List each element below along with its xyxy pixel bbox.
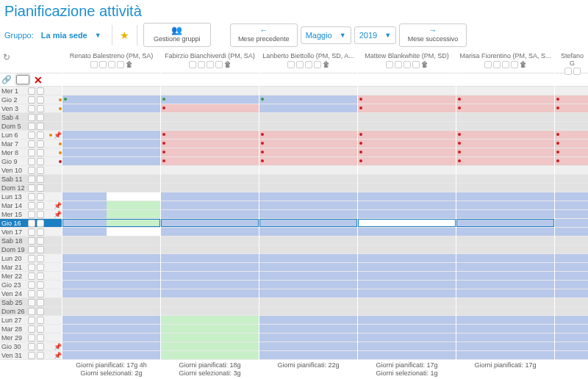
segment-icon[interactable] [37, 202, 44, 209]
tool-icon[interactable] [287, 61, 295, 68]
day-row[interactable]: Sab 4 [0, 113, 62, 122]
segment-icon[interactable] [28, 87, 35, 95]
tool-icon[interactable] [564, 68, 572, 75]
segment-icon[interactable] [28, 299, 35, 306]
plan-cell[interactable] [161, 342, 259, 351]
plan-cell[interactable] [62, 122, 160, 131]
person-header[interactable]: Stefano G [555, 51, 588, 73]
plan-cell[interactable] [259, 254, 357, 263]
day-row[interactable]: Dom 26 [0, 307, 62, 316]
plan-cell[interactable] [456, 351, 554, 360]
segment-icon[interactable] [37, 184, 44, 192]
plan-cell[interactable] [161, 298, 259, 307]
plan-cell[interactable] [456, 228, 554, 237]
plan-cell[interactable] [456, 316, 554, 325]
plan-cell[interactable] [259, 87, 357, 95]
plan-cell[interactable] [161, 254, 259, 263]
plan-cell[interactable] [358, 140, 456, 148]
plan-cell[interactable] [259, 219, 357, 228]
plan-cell[interactable] [259, 104, 357, 113]
plan-cell[interactable] [161, 210, 259, 219]
segment-icon[interactable] [37, 290, 44, 297]
plan-cell[interactable] [62, 104, 160, 113]
plan-cell[interactable] [358, 87, 456, 95]
plan-cell[interactable] [62, 333, 160, 342]
segment-icon[interactable] [37, 123, 44, 130]
plan-cell[interactable] [555, 192, 588, 201]
plan-cell[interactable] [161, 289, 259, 298]
plan-cell[interactable] [259, 228, 357, 237]
plan-cell[interactable] [62, 228, 160, 237]
day-row[interactable]: Sab 18 [0, 237, 62, 245]
segment-icon[interactable] [37, 87, 44, 95]
person-input-row[interactable] [259, 73, 357, 87]
plan-cell[interactable] [62, 237, 160, 245]
plan-cell[interactable] [456, 184, 554, 192]
star-icon[interactable]: ★ [118, 29, 131, 41]
plan-cell[interactable] [259, 113, 357, 122]
plan-cell[interactable] [555, 228, 588, 237]
plan-cell[interactable] [555, 281, 588, 289]
plan-cell[interactable] [259, 263, 357, 272]
plan-cell[interactable] [259, 95, 357, 104]
day-row[interactable]: Mar 21 [0, 263, 62, 272]
day-row[interactable]: Lun 13 [0, 192, 62, 201]
plan-cell[interactable] [358, 113, 456, 122]
plan-cell[interactable] [161, 157, 259, 166]
plan-cell[interactable] [555, 95, 588, 104]
plan-cell[interactable] [555, 333, 588, 342]
plan-cell[interactable] [456, 263, 554, 272]
plan-cell[interactable] [62, 184, 160, 192]
prev-month-button[interactable]: ← Mese precedente [230, 24, 298, 47]
plan-cell[interactable] [358, 263, 456, 272]
plan-cell[interactable] [358, 325, 456, 333]
plan-cell[interactable] [62, 140, 160, 148]
plan-cell[interactable] [161, 104, 259, 113]
plan-cell[interactable] [161, 175, 259, 184]
plan-cell[interactable] [456, 254, 554, 263]
plan-cell[interactable] [161, 316, 259, 325]
person-input-row[interactable] [161, 73, 259, 87]
plan-cell[interactable] [161, 95, 259, 104]
day-row[interactable]: Ven 24 [0, 289, 62, 298]
segment-icon[interactable] [37, 114, 44, 121]
tool-icon[interactable] [90, 61, 98, 68]
segment-icon[interactable] [28, 228, 35, 236]
day-row[interactable]: Ven 3 [0, 104, 62, 113]
segment-icon[interactable] [37, 105, 44, 112]
plan-cell[interactable] [62, 245, 160, 254]
segment-icon[interactable] [28, 176, 35, 183]
plan-cell[interactable] [456, 131, 554, 140]
segment-icon[interactable] [37, 167, 44, 174]
plan-cell[interactable] [358, 95, 456, 104]
plan-cell[interactable] [358, 272, 456, 281]
segment-icon[interactable] [37, 308, 44, 315]
plan-cell[interactable] [161, 272, 259, 281]
day-row[interactable]: Lun 20 [0, 254, 62, 263]
plan-cell[interactable] [358, 228, 456, 237]
tool-icon[interactable] [493, 61, 501, 68]
trash-icon[interactable]: 🗑 [323, 60, 330, 68]
segment-icon[interactable] [37, 140, 44, 148]
plan-cell[interactable] [456, 219, 554, 228]
year-picker[interactable]: 2019 ▼ [354, 26, 396, 44]
plan-cell[interactable] [456, 113, 554, 122]
plan-cell[interactable] [161, 351, 259, 360]
plan-cell[interactable] [259, 281, 357, 289]
plan-cell[interactable] [555, 201, 588, 210]
segment-icon[interactable] [37, 334, 44, 342]
plan-cell[interactable] [62, 131, 160, 140]
plan-cell[interactable] [259, 148, 357, 157]
tool-icon[interactable] [395, 61, 402, 68]
plan-cell[interactable] [358, 316, 456, 325]
plan-cell[interactable] [456, 342, 554, 351]
day-row[interactable]: Mer 29 [0, 333, 62, 342]
plan-cell[interactable] [62, 316, 160, 325]
segment-icon[interactable] [37, 96, 44, 104]
plan-cell[interactable] [161, 122, 259, 131]
segment-icon[interactable] [28, 184, 35, 192]
plan-cell[interactable] [259, 316, 357, 325]
segment-icon[interactable] [28, 105, 35, 112]
plan-cell[interactable] [456, 210, 554, 219]
day-row[interactable]: Ven 10 [0, 166, 62, 175]
